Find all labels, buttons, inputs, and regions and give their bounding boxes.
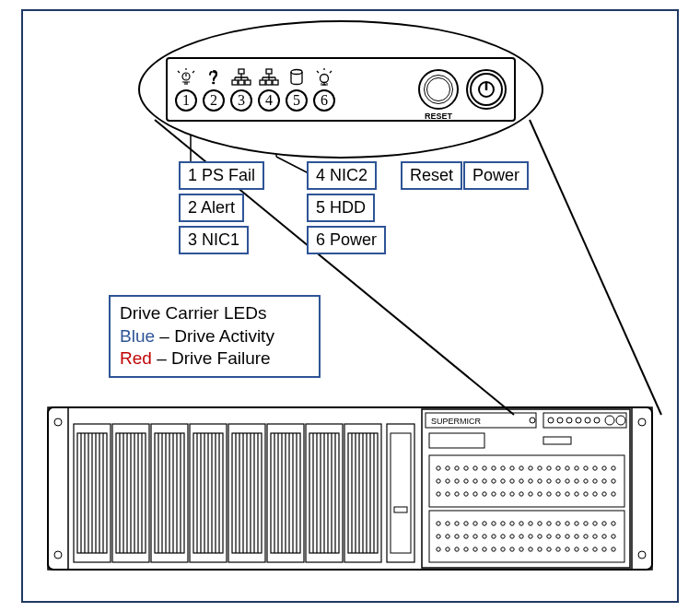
svg-point-182 — [464, 522, 468, 525]
svg-point-232 — [556, 547, 560, 551]
svg-point-224 — [483, 547, 486, 551]
svg-point-216 — [593, 535, 597, 538]
svg-point-121 — [455, 466, 459, 470]
svg-point-126 — [501, 466, 505, 470]
led-number: 1 — [175, 89, 197, 112]
svg-point-159 — [437, 492, 440, 496]
svg-point-152 — [556, 479, 560, 483]
svg-point-161 — [455, 492, 459, 496]
svg-point-138 — [612, 466, 615, 470]
reset-button[interactable]: RESET — [418, 69, 459, 110]
legend-blue-desc: – Drive Activity — [155, 326, 274, 346]
svg-point-133 — [566, 466, 569, 470]
svg-point-231 — [547, 547, 551, 551]
svg-point-188 — [519, 522, 523, 525]
ps-fail-icon — [176, 67, 196, 88]
svg-point-212 — [556, 535, 560, 538]
legend-blue-word: Blue — [120, 326, 155, 346]
svg-point-190 — [538, 522, 542, 525]
svg-point-145 — [492, 479, 496, 483]
svg-point-9 — [213, 82, 216, 85]
svg-point-196 — [593, 522, 597, 525]
svg-point-186 — [501, 522, 505, 525]
svg-point-210 — [538, 535, 542, 538]
svg-point-222 — [464, 547, 468, 551]
svg-point-125 — [492, 466, 496, 470]
svg-point-201 — [455, 535, 459, 538]
svg-rect-11 — [232, 80, 238, 85]
svg-rect-25 — [632, 407, 652, 570]
svg-point-200 — [446, 535, 449, 538]
svg-point-129 — [529, 466, 532, 470]
svg-point-213 — [566, 535, 569, 538]
svg-point-141 — [455, 479, 459, 483]
svg-point-180 — [446, 522, 449, 525]
svg-point-135 — [584, 466, 588, 470]
svg-rect-116 — [543, 437, 571, 444]
svg-point-234 — [575, 547, 578, 551]
svg-point-209 — [529, 535, 532, 538]
label-power-led: 6 Power — [307, 226, 386, 254]
svg-point-151 — [547, 479, 551, 483]
svg-rect-10 — [239, 69, 244, 74]
svg-rect-101 — [391, 433, 411, 553]
legend-red-desc: – Drive Failure — [152, 348, 271, 368]
svg-point-19 — [321, 75, 329, 83]
svg-point-204 — [483, 535, 486, 538]
svg-point-208 — [519, 535, 523, 538]
svg-point-192 — [556, 522, 560, 525]
svg-point-218 — [612, 535, 615, 538]
svg-point-221 — [455, 547, 459, 551]
svg-point-140 — [446, 479, 449, 483]
svg-point-158 — [612, 479, 615, 483]
svg-point-215 — [584, 535, 588, 538]
power-button[interactable] — [466, 69, 507, 110]
led-number: 5 — [286, 89, 308, 112]
svg-point-194 — [575, 522, 578, 525]
label-alert: 2 Alert — [179, 194, 244, 222]
nic1-icon — [231, 67, 251, 88]
svg-point-174 — [575, 492, 578, 496]
svg-point-122 — [464, 466, 468, 470]
svg-point-23 — [54, 418, 62, 426]
svg-point-132 — [556, 466, 560, 470]
led-2-group: 2 — [203, 67, 225, 112]
svg-point-237 — [602, 547, 606, 551]
led-number: 3 — [230, 89, 252, 112]
svg-point-173 — [566, 492, 569, 496]
svg-point-109 — [566, 418, 572, 423]
front-panel: 1 2 3 4 5 6 RESET — [166, 57, 516, 122]
svg-point-184 — [483, 522, 486, 525]
svg-point-214 — [575, 535, 578, 538]
svg-point-144 — [483, 479, 486, 483]
svg-point-153 — [566, 479, 569, 483]
svg-point-220 — [446, 547, 449, 551]
svg-point-143 — [473, 479, 477, 483]
svg-point-146 — [501, 479, 505, 483]
label-nic2: 4 NIC2 — [307, 161, 377, 190]
svg-point-111 — [585, 418, 590, 423]
svg-point-136 — [593, 466, 597, 470]
svg-point-114 — [616, 416, 625, 425]
svg-point-203 — [473, 535, 477, 538]
svg-point-233 — [566, 547, 569, 551]
reset-button-label: RESET — [420, 112, 457, 121]
svg-point-179 — [437, 522, 440, 525]
led-3-group: 3 — [230, 67, 252, 112]
svg-point-156 — [593, 479, 597, 483]
svg-point-189 — [529, 522, 532, 525]
svg-point-27 — [638, 551, 646, 559]
svg-point-123 — [473, 466, 477, 470]
svg-point-176 — [593, 492, 597, 496]
svg-point-164 — [483, 492, 486, 496]
label-ps-fail: 1 PS Fail — [179, 161, 264, 190]
svg-point-107 — [548, 418, 554, 423]
brand-label: SUPERMICR — [431, 417, 482, 426]
svg-point-26 — [638, 418, 646, 426]
svg-point-139 — [437, 479, 440, 483]
led-1-group: 1 — [175, 67, 197, 112]
svg-point-235 — [584, 547, 588, 551]
svg-rect-102 — [394, 507, 407, 512]
svg-point-191 — [547, 522, 551, 525]
svg-point-198 — [612, 522, 615, 525]
